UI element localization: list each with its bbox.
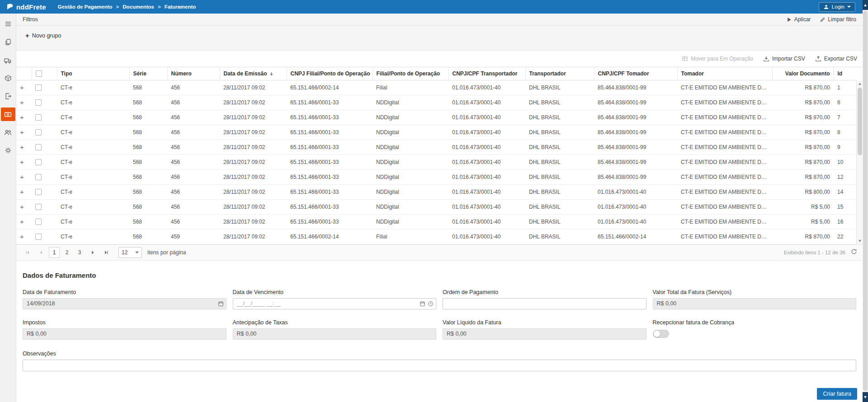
column-header-cnpj-transportador[interactable]: CNPJ/CPF Transportador <box>448 67 525 80</box>
column-header-tomador[interactable]: Tomador <box>677 67 772 80</box>
table-row[interactable]: + CT-e 568 456 28/11/2017 09:02 65.151.4… <box>16 125 856 140</box>
column-header-data-emissao[interactable]: Data de Emissão <box>220 67 287 80</box>
cell-filial: NDDigital <box>373 214 448 229</box>
login-button[interactable]: Login <box>819 2 855 12</box>
row-checkbox[interactable] <box>35 204 42 210</box>
page-scroll-down-button[interactable] <box>863 392 868 402</box>
breadcrumb-item[interactable]: Documentos <box>123 4 154 9</box>
expand-row-icon[interactable]: + <box>20 159 24 165</box>
table-row[interactable]: + CT-e 568 456 28/11/2017 09:02 65.151.4… <box>16 110 856 125</box>
column-header-cnpj-tomador[interactable]: CNPJ/CPF Tomador <box>594 67 677 80</box>
table-row[interactable]: + CT-e 568 456 28/11/2017 09:02 65.151.4… <box>16 214 856 229</box>
page-size-select[interactable]: 12 <box>118 247 142 258</box>
table-row[interactable]: + CT-e 568 456 28/11/2017 09:02 65.151.4… <box>16 154 856 169</box>
calendar-icon[interactable] <box>218 301 224 307</box>
app-logo[interactable]: nddFrete <box>6 3 46 11</box>
cell-numero: 456 <box>167 80 220 95</box>
breadcrumb-item[interactable]: Gestão de Pagamento <box>58 4 113 9</box>
new-group-button[interactable]: + Novo grupo <box>23 30 64 41</box>
data-faturamento-input[interactable] <box>23 298 226 309</box>
pager-status: Exibindo itens 1 - 12 de 36 <box>784 250 845 255</box>
sidebar-item-payment-active[interactable] <box>1 108 15 121</box>
expand-row-icon[interactable]: + <box>20 233 24 240</box>
breadcrumb-item[interactable]: Faturamento <box>165 4 196 9</box>
row-checkbox[interactable] <box>35 99 42 106</box>
clear-filter-button[interactable]: Limpar filtro <box>820 16 856 23</box>
next-page-button[interactable] <box>87 247 99 258</box>
previous-page-button[interactable] <box>35 247 47 258</box>
clock-icon[interactable] <box>428 301 434 307</box>
column-header-serie[interactable]: Série <box>129 67 167 80</box>
column-header-filial[interactable]: Filial/Ponto de Operação <box>373 67 448 80</box>
first-page-button[interactable] <box>22 247 33 258</box>
page-scrollbar-thumb[interactable] <box>863 11 868 391</box>
expand-row-icon[interactable]: + <box>20 144 24 150</box>
expand-row-icon[interactable]: + <box>20 84 24 91</box>
cell-transportador: DHL BRASIL <box>525 110 594 125</box>
column-header-id[interactable]: Id <box>834 67 856 80</box>
row-checkbox[interactable] <box>35 129 42 136</box>
column-header-numero[interactable]: Número <box>167 67 220 80</box>
ordem-pagamento-input[interactable] <box>443 298 646 309</box>
expand-row-icon[interactable]: + <box>20 114 24 121</box>
create-invoice-button[interactable]: Criar fatura <box>817 388 857 400</box>
page-scrollbar[interactable] <box>863 0 868 402</box>
expand-row-icon[interactable]: + <box>20 99 24 106</box>
table-row[interactable]: + CT-e 568 456 28/11/2017 09:02 65.151.4… <box>16 169 856 184</box>
cell-data-emissao: 28/11/2017 09:02 <box>220 229 287 244</box>
expand-row-icon[interactable]: + <box>20 188 24 195</box>
move-to-operation-button[interactable]: Mover para Em Operação <box>682 56 753 62</box>
menu-toggle-button[interactable] <box>1 17 15 31</box>
breadcrumb: Gestão de Pagamento > Documentos > Fatur… <box>58 4 196 9</box>
header-actions: Login <box>819 2 862 12</box>
sidebar-item-dispatch[interactable] <box>1 89 15 103</box>
table-scrollbar-thumb[interactable] <box>858 88 862 155</box>
table-row[interactable]: + CT-e 568 456 28/11/2017 09:02 65.151.4… <box>16 184 856 199</box>
last-page-button[interactable] <box>100 247 112 258</box>
calendar-icon[interactable] <box>420 301 425 307</box>
table-scrollbar[interactable] <box>856 80 863 244</box>
cell-expand: + <box>16 199 32 214</box>
sidebar-item-users[interactable] <box>1 126 15 139</box>
column-header-tipo[interactable]: Tipo <box>57 67 129 80</box>
row-checkbox[interactable] <box>35 219 42 225</box>
scroll-up-button[interactable] <box>857 80 863 87</box>
column-header-valor[interactable]: Valor Documento <box>772 67 834 80</box>
expand-row-icon[interactable]: + <box>20 218 24 225</box>
table-row[interactable]: + CT-e 568 456 28/11/2017 09:02 65.151.4… <box>16 199 856 214</box>
row-checkbox[interactable] <box>35 114 42 121</box>
page-button-2[interactable]: 2 <box>61 247 72 258</box>
row-checkbox[interactable] <box>35 189 42 195</box>
table-row[interactable]: + CT-e 568 456 28/11/2017 09:02 65.151.4… <box>16 140 856 154</box>
page-button-3[interactable]: 3 <box>74 247 85 258</box>
import-csv-button[interactable]: Importar CSV <box>763 56 805 62</box>
page-scroll-up-button[interactable] <box>863 0 868 10</box>
scroll-down-button[interactable] <box>857 238 863 244</box>
refresh-button[interactable] <box>851 248 857 256</box>
sidebar-item-documents[interactable] <box>1 35 15 49</box>
column-header-cnpj-filial[interactable]: CNPJ Filial/Ponto de Operação <box>287 67 373 80</box>
table-row[interactable]: + CT-e 568 456 28/11/2017 09:02 65.151.4… <box>16 95 856 110</box>
row-checkbox[interactable] <box>35 144 42 150</box>
sidebar-item-settings[interactable] <box>1 144 15 157</box>
table-row[interactable]: + CT-e 568 459 28/11/2017 09:02 65.151.4… <box>16 229 856 244</box>
column-header-transportador[interactable]: Transportador <box>525 67 594 80</box>
table-row[interactable]: + CT-e 568 456 28/11/2017 09:02 65.151.4… <box>16 80 856 95</box>
apply-filter-button[interactable]: Aplicar <box>786 16 811 23</box>
sidebar-item-cargo[interactable] <box>1 71 15 85</box>
data-vencimento-input[interactable] <box>233 298 437 309</box>
select-all-checkbox[interactable] <box>36 70 42 77</box>
export-csv-button[interactable]: Exportar CSV <box>815 56 857 62</box>
page-button-1[interactable]: 1 <box>49 247 60 258</box>
expand-row-icon[interactable]: + <box>20 203 24 210</box>
cell-numero: 456 <box>167 95 220 110</box>
expand-row-icon[interactable]: + <box>20 129 24 136</box>
sidebar-item-transport[interactable] <box>1 53 15 67</box>
row-checkbox[interactable] <box>35 174 42 180</box>
recepcionar-toggle[interactable] <box>653 330 669 338</box>
observacoes-input[interactable] <box>23 360 856 371</box>
row-checkbox[interactable] <box>35 84 42 91</box>
row-checkbox[interactable] <box>35 159 42 165</box>
expand-row-icon[interactable]: + <box>20 173 24 180</box>
row-checkbox[interactable] <box>35 234 42 240</box>
